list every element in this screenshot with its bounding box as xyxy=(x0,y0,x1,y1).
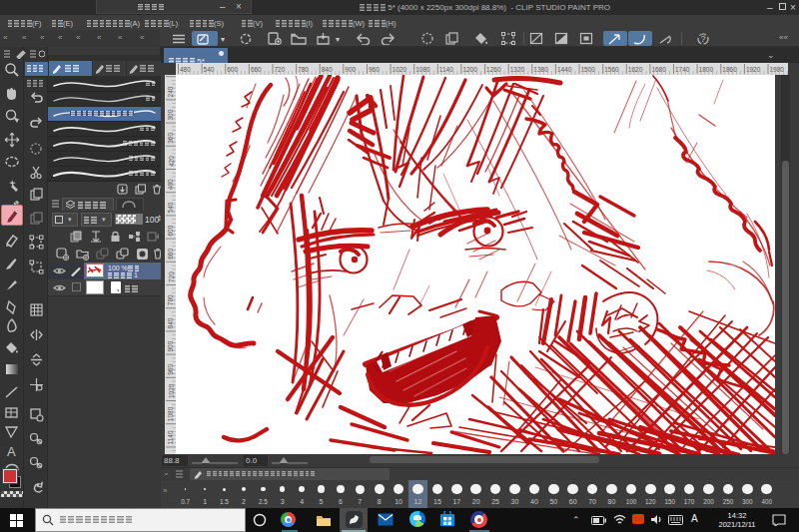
svg-text:960: 960 xyxy=(168,364,175,375)
svg-text:480: 480 xyxy=(180,66,191,73)
svg-text:420: 420 xyxy=(168,156,175,167)
svg-text:A: A xyxy=(7,444,16,459)
svg-text:960: 960 xyxy=(369,66,380,73)
svg-text:900: 900 xyxy=(345,66,356,73)
svg-text:600: 600 xyxy=(168,225,175,236)
svg-text:300: 300 xyxy=(168,109,175,120)
svg-text:660: 660 xyxy=(251,66,262,73)
svg-text:840: 840 xyxy=(168,317,175,328)
svg-text:480: 480 xyxy=(168,179,175,190)
svg-text:1080: 1080 xyxy=(168,406,175,421)
svg-text:1020: 1020 xyxy=(168,383,175,398)
svg-text:780: 780 xyxy=(298,66,309,73)
svg-text:600: 600 xyxy=(227,66,238,73)
svg-text:1140: 1140 xyxy=(168,430,175,444)
svg-text:720: 720 xyxy=(168,271,175,282)
svg-text:660: 660 xyxy=(168,249,175,260)
svg-text:840: 840 xyxy=(322,66,333,73)
svg-text:240: 240 xyxy=(168,86,175,97)
svg-text:720: 720 xyxy=(275,66,286,73)
svg-text:780: 780 xyxy=(168,294,175,305)
svg-text:900: 900 xyxy=(168,340,175,351)
svg-text:?: ? xyxy=(701,34,706,44)
svg-text:540: 540 xyxy=(204,66,215,73)
svg-text:540: 540 xyxy=(168,202,175,213)
svg-text:360: 360 xyxy=(168,133,175,144)
